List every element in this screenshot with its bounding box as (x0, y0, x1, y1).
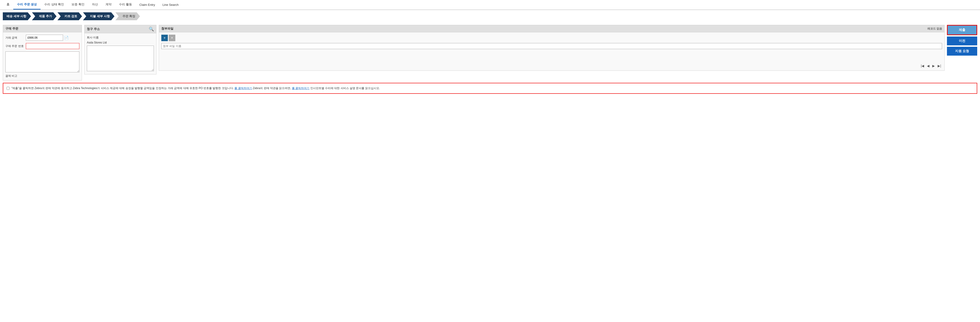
billing-address-panel: 청구 주소 🔍 회사 이름 Asda Stores Ltd (84, 25, 156, 75)
action-panel: 제출 이전 지원 요청 (947, 25, 977, 56)
transaction-amount-row: 거래 금액 📄 (5, 35, 80, 41)
notice-link-1[interactable]: 를 클릭하여기 (234, 87, 252, 90)
main-content: 구매 주문 거래 금액 📄 구매 주문 번호 결제 비고 (0, 22, 980, 96)
step-cart-review[interactable]: 카트 검토 (57, 12, 82, 20)
attachment-body: + × |◀ ◀ ▶ ▶| (159, 32, 944, 70)
notice-text-middle: Zebra의 판매 약관을 읽으려면, (253, 87, 291, 90)
purchase-order-panel: 구매 주문 거래 금액 📄 구매 주문 번호 결제 비고 (3, 25, 82, 81)
transaction-amount-input[interactable] (26, 35, 63, 41)
company-label: 회사 이름 (87, 36, 154, 40)
nav-contract[interactable]: 계약 (102, 0, 115, 10)
nav-claim-entry[interactable]: Claim Entry (136, 1, 159, 10)
nav-repair-status[interactable]: 수리 상태 확인 (40, 0, 68, 10)
attachment-header: 첨부파일 레코드 없음 (159, 25, 944, 32)
attachment-file-area (161, 43, 942, 62)
notice-link-2[interactable]: 를 클릭하여기 (292, 87, 309, 90)
attachment-panel: 첨부파일 레코드 없음 + × |◀ ◀ ▶ ▶| (159, 25, 945, 71)
add-attachment-button[interactable]: + (161, 35, 168, 41)
notes-area: 결제 비고 (5, 51, 80, 78)
attachment-pagination: |◀ ◀ ▶ ▶| (161, 63, 942, 68)
step-shipping[interactable]: 배송 세부 사항 (3, 12, 31, 20)
purchase-order-body: 거래 금액 📄 구매 주문 번호 결제 비고 (3, 32, 82, 80)
attachment-buttons: + × (161, 35, 942, 41)
purchase-order-title: 구매 주문 (5, 27, 18, 31)
transaction-input-group: 📄 (26, 35, 69, 41)
page-last-button[interactable]: ▶| (937, 63, 942, 68)
billing-search-button[interactable]: 🔍 (149, 27, 154, 32)
billing-address-header: 청구 주소 🔍 (84, 25, 156, 33)
page-prev-button[interactable]: ◀ (926, 63, 931, 68)
attachment-filename-input[interactable] (161, 43, 942, 49)
page-next-button[interactable]: ▶ (931, 63, 936, 68)
billing-address-textarea[interactable] (87, 46, 154, 71)
columns: 구매 주문 거래 금액 📄 구매 주문 번호 결제 비고 (3, 25, 977, 81)
remove-attachment-button[interactable]: × (169, 35, 175, 41)
submit-button[interactable]: 제출 (947, 25, 977, 35)
nav-repair-order[interactable]: 수리 주문 생성 (13, 0, 40, 10)
transaction-label: 거래 금액 (5, 36, 24, 40)
step-add-product[interactable]: 제품 추가 (32, 12, 57, 20)
page-first-button[interactable]: |◀ (920, 63, 925, 68)
no-record-text: 레코드 없음 (928, 27, 942, 31)
notice-box: "제출"을 클릭하면 Zebra의 판매 약관에 동의하고 Zebra Tech… (3, 83, 977, 94)
nav-line-search[interactable]: Line Search (159, 1, 182, 10)
notice-checkbox[interactable] (6, 87, 10, 90)
nav-home[interactable]: 홈 (3, 0, 13, 10)
po-number-label: 구매 주문 번호 (5, 44, 24, 48)
billing-address-body: 회사 이름 Asda Stores Ltd (84, 33, 156, 74)
nav-warranty-check[interactable]: 보증 확인 (68, 0, 88, 10)
notice-text: "제출"을 클릭하면 Zebra의 판매 약관에 동의하고 Zebra Tech… (11, 86, 974, 90)
step-order-confirm[interactable]: 주문 확정 (115, 12, 140, 20)
company-name-value: Asda Stores Ltd (87, 41, 154, 44)
nav-repair-activity[interactable]: 수리 활동 (115, 0, 136, 10)
stepper: 배송 세부 사항 제품 추가 카트 검토 지불 세부 사항 주문 확정 (0, 10, 980, 22)
purchase-order-header: 구매 주문 (3, 25, 82, 32)
payment-notes-label: 결제 비고 (5, 74, 80, 78)
billing-address-title: 청구 주소 (87, 27, 100, 31)
top-navigation: 홈 수리 주문 생성 수리 상태 확인 보증 확인 자산 계약 수리 활동 Cl… (0, 0, 980, 10)
notice-text-end: 인시던트별 수리에 대한 서비스 설명 문서를 읽으십시오. (310, 87, 380, 90)
payment-notes-textarea[interactable] (5, 51, 80, 72)
prev-button[interactable]: 이전 (947, 36, 977, 45)
notice-text-before: "제출"을 클릭하면 Zebra의 판매 약관에 동의하고 Zebra Tech… (11, 87, 234, 90)
po-number-input[interactable] (26, 43, 80, 49)
step-payment-details[interactable]: 지불 세부 사항 (83, 12, 114, 20)
company-name-label: 회사 이름 (87, 36, 99, 39)
po-number-row: 구매 주문 번호 (5, 43, 80, 49)
attachment-title: 첨부파일 (161, 27, 173, 31)
nav-assets[interactable]: 자산 (88, 0, 102, 10)
doc-icon[interactable]: 📄 (64, 36, 69, 40)
support-button[interactable]: 지원 요청 (947, 47, 977, 56)
